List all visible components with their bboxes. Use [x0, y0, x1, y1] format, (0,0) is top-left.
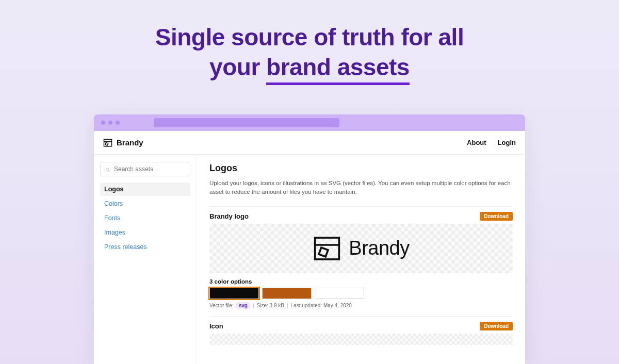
hero-line2-underlined: brand assets [266, 53, 410, 86]
nav-about[interactable]: About [467, 139, 486, 146]
brand[interactable]: Brandy [103, 138, 143, 147]
svg-point-3 [106, 168, 109, 171]
sidebar-item-label: Press releases [104, 243, 147, 251]
nav-login[interactable]: Login [498, 139, 516, 146]
meta-file-type: svg [236, 302, 250, 309]
brand-logo-icon [103, 138, 112, 147]
search-input[interactable] [114, 166, 186, 173]
hero-line2-pre: your [209, 54, 266, 80]
sidebar-item-fonts[interactable]: Fonts [100, 211, 190, 225]
svg-line-4 [109, 171, 110, 173]
asset-block-icon: Icon Download [209, 316, 513, 345]
brand-name: Brandy [117, 138, 143, 147]
asset-preview: Brandy [209, 224, 513, 273]
browser-mock: Brandy About Login Logos Colors Fonts [94, 114, 525, 364]
meta-updated: Last updated: May 4, 2020 [287, 303, 352, 308]
sidebar-item-logos[interactable]: Logos [100, 183, 190, 196]
color-swatch-white[interactable] [315, 288, 364, 299]
window-dot-icon [108, 121, 112, 125]
color-options-label: 3 color options [209, 278, 513, 285]
sidebar-item-label: Colors [104, 200, 123, 207]
sidebar-item-label: Fonts [104, 214, 120, 222]
browser-url-slot [154, 118, 339, 127]
sidebar-item-press-releases[interactable]: Press releases [100, 240, 190, 254]
asset-file-meta: Vector file: svg Size: 3.9 kB Last updat… [209, 302, 513, 309]
page-description: Upload your logos, icons or illustration… [209, 179, 513, 197]
hero-line1: Single source of truth for all [155, 24, 464, 51]
asset-title: Icon [209, 322, 223, 330]
asset-block-brandy-logo: Brandy logo Download Brandy [209, 206, 513, 309]
svg-rect-2 [105, 142, 108, 145]
window-dot-icon [101, 121, 105, 125]
svg-rect-7 [319, 247, 328, 257]
window-dot-icon [116, 121, 120, 125]
color-swatch-row [209, 288, 513, 299]
sidebar-item-label: Logos [104, 186, 124, 193]
asset-preview [209, 334, 513, 345]
meta-file-label: Vector file: [209, 303, 234, 308]
svg-rect-5 [315, 238, 339, 259]
search-box[interactable] [100, 162, 190, 176]
page-title: Logos [209, 163, 513, 174]
sidebar-item-colors[interactable]: Colors [100, 197, 190, 210]
brand-logo-icon [313, 234, 341, 263]
color-swatch-black[interactable] [209, 288, 259, 299]
download-button[interactable]: Download [480, 212, 513, 221]
search-icon [105, 166, 111, 172]
asset-preview-text: Brandy [349, 237, 409, 259]
sidebar-item-label: Images [104, 229, 125, 236]
color-swatch-orange[interactable] [262, 288, 312, 299]
meta-size: Size: 3.9 kB [253, 303, 284, 308]
sidebar-item-images[interactable]: Images [100, 226, 190, 239]
download-button[interactable]: Download [480, 322, 513, 330]
sidebar: Logos Colors Fonts Images Press releases [94, 155, 197, 364]
hero-heading: Single source of truth for all your bran… [0, 23, 619, 85]
browser-titlebar [94, 114, 525, 131]
app-header: Brandy About Login [94, 131, 525, 155]
main-content: Logos Upload your logos, icons or illust… [197, 155, 525, 364]
asset-title: Brandy logo [209, 212, 249, 220]
